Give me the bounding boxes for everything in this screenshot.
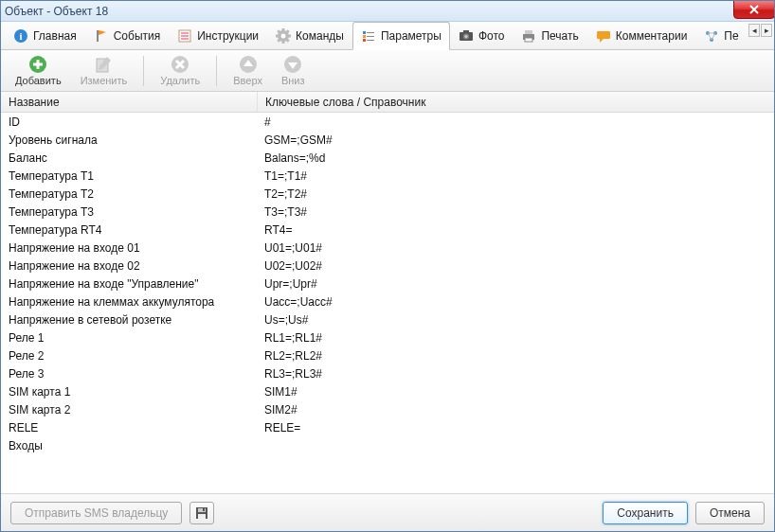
- table-row[interactable]: Напряжение на клеммах аккумулятораUacc=;…: [1, 293, 774, 310]
- tab-label: Печать: [541, 29, 578, 43]
- cell-keywords: #: [257, 115, 774, 129]
- svg-line-15: [278, 40, 279, 42]
- svg-line-13: [278, 30, 279, 32]
- tab-events[interactable]: События: [85, 22, 170, 49]
- cell-name: Напряжение на входе "Управление": [1, 277, 257, 291]
- tab-label: Пе: [724, 29, 738, 43]
- tab-label: Главная: [33, 29, 77, 43]
- tab-instructions[interactable]: Инструкции: [169, 22, 267, 49]
- table-row[interactable]: Реле 1RL1=;RL1#: [1, 328, 774, 346]
- svg-rect-28: [525, 30, 532, 34]
- svg-rect-19: [363, 39, 366, 42]
- cell-name: Напряжение в сетевой розетке: [1, 313, 257, 327]
- pencil-icon: [94, 55, 113, 74]
- table-row[interactable]: Температура RT4RT4=: [1, 221, 774, 239]
- svg-rect-26: [463, 30, 469, 33]
- cell-name: Входы: [1, 439, 257, 452]
- notepad-icon: [177, 28, 192, 44]
- table-row[interactable]: Температура T1T1=;T1#: [1, 167, 774, 185]
- save-button[interactable]: Сохранить: [603, 502, 688, 524]
- table-row[interactable]: Уровень сигналаGSM=;GSM#: [1, 131, 774, 149]
- cell-name: Напряжение на клеммах аккумулятора: [1, 295, 257, 309]
- cell-name: Напряжение на входе 01: [1, 241, 257, 255]
- tab-main[interactable]: i Главная: [5, 22, 85, 49]
- close-button[interactable]: [733, 0, 775, 19]
- cell-keywords: RL2=;RL2#: [257, 349, 774, 363]
- table-row[interactable]: Реле 2RL2=;RL2#: [1, 346, 774, 364]
- move-up-button[interactable]: Вверх: [225, 52, 271, 89]
- tool-label: Удалить: [160, 75, 200, 86]
- close-icon: [748, 5, 760, 14]
- tab-commands[interactable]: Команды: [267, 22, 352, 49]
- tab-label: Параметры: [381, 29, 442, 43]
- toolbar-separator: [216, 56, 217, 86]
- table-row[interactable]: Температура T3T3=;T3#: [1, 203, 774, 221]
- camera-icon: [459, 28, 474, 44]
- svg-point-8: [281, 34, 286, 39]
- tab-scroll-left[interactable]: ◂: [748, 24, 760, 37]
- edit-button[interactable]: Изменить: [72, 52, 136, 89]
- table-row[interactable]: БалансBalans=;%d: [1, 149, 774, 167]
- cell-name: Уровень сигнала: [1, 133, 257, 147]
- table-row[interactable]: Напряжение на входе "Управление"Upr=;Upr…: [1, 275, 774, 293]
- svg-point-25: [464, 35, 467, 38]
- svg-rect-29: [525, 38, 532, 42]
- svg-rect-2: [97, 30, 99, 42]
- table-row[interactable]: Реле 3RL3=;RL3#: [1, 364, 774, 382]
- tab-label: События: [114, 29, 161, 43]
- table-row[interactable]: Входы: [1, 436, 774, 454]
- table-row[interactable]: RELERELE=: [1, 418, 774, 436]
- svg-rect-42: [203, 508, 205, 511]
- flag-icon: [94, 28, 109, 44]
- column-header-name[interactable]: Название: [1, 96, 257, 109]
- grid-body[interactable]: ID#Уровень сигналаGSM=;GSM#БалансBalans=…: [1, 113, 774, 493]
- cell-keywords: T1=;T1#: [257, 169, 774, 183]
- network-icon: [704, 28, 719, 44]
- table-row[interactable]: Напряжение в сетевой розеткеUs=;Us#: [1, 310, 774, 328]
- tab-overflow[interactable]: Пе: [695, 22, 747, 49]
- tab-comments[interactable]: Комментарии: [587, 22, 696, 49]
- tab-label: Комментарии: [616, 29, 688, 43]
- send-sms-button[interactable]: Отправить SMS владельцу: [10, 502, 182, 524]
- cell-name: RELE: [1, 421, 257, 434]
- svg-rect-17: [363, 31, 366, 34]
- save-disk-button[interactable]: [189, 502, 214, 524]
- cell-name: Температура RT4: [1, 223, 257, 237]
- tab-parameters[interactable]: Параметры: [352, 22, 450, 50]
- delete-button[interactable]: Удалить: [152, 52, 208, 89]
- tab-scroll: ◂ ▸: [748, 24, 772, 37]
- tool-label: Вверх: [233, 75, 262, 86]
- plus-icon: [28, 55, 47, 74]
- tab-photo[interactable]: Фото: [450, 22, 514, 49]
- cell-name: Температура T2: [1, 187, 257, 201]
- tab-scroll-right[interactable]: ▸: [761, 24, 772, 37]
- tool-label: Добавить: [15, 75, 62, 86]
- cell-name: Напряжение на входе 02: [1, 259, 257, 273]
- arrow-down-icon: [283, 55, 302, 74]
- toolbar: Добавить Изменить Удалить Вверх Вниз: [1, 50, 774, 92]
- tab-print[interactable]: Печать: [513, 22, 586, 49]
- cell-name: ID: [1, 115, 257, 129]
- cell-keywords: RT4=: [257, 223, 774, 237]
- arrow-up-icon: [239, 55, 258, 74]
- table-row[interactable]: SIM карта 1SIM1#: [1, 382, 774, 400]
- cell-name: Температура T3: [1, 205, 257, 219]
- titlebar: Объект - Объект 18: [1, 1, 774, 22]
- info-icon: i: [13, 28, 28, 44]
- table-row[interactable]: Температура T2T2=;T2#: [1, 185, 774, 203]
- cell-name: SIM карта 2: [1, 403, 257, 417]
- cancel-button[interactable]: Отмена: [695, 502, 765, 524]
- toolbar-separator: [143, 56, 144, 86]
- move-down-button[interactable]: Вниз: [273, 52, 314, 89]
- cell-name: SIM карта 1: [1, 385, 257, 399]
- table-row[interactable]: Напряжение на входе 01U01=;U01#: [1, 239, 774, 257]
- cell-keywords: RL3=;RL3#: [257, 367, 774, 381]
- add-button[interactable]: Добавить: [7, 52, 70, 89]
- tabstrip: i Главная События Инструкции Команды Пар…: [1, 22, 774, 50]
- table-row[interactable]: SIM карта 2SIM2#: [1, 400, 774, 418]
- column-header-keywords[interactable]: Ключевые слова / Справочник: [257, 92, 774, 112]
- table-row[interactable]: Напряжение на входе 02U02=;U02#: [1, 257, 774, 275]
- cell-keywords: RELE=: [257, 421, 774, 434]
- tool-label: Изменить: [81, 75, 128, 86]
- table-row[interactable]: ID#: [1, 113, 774, 131]
